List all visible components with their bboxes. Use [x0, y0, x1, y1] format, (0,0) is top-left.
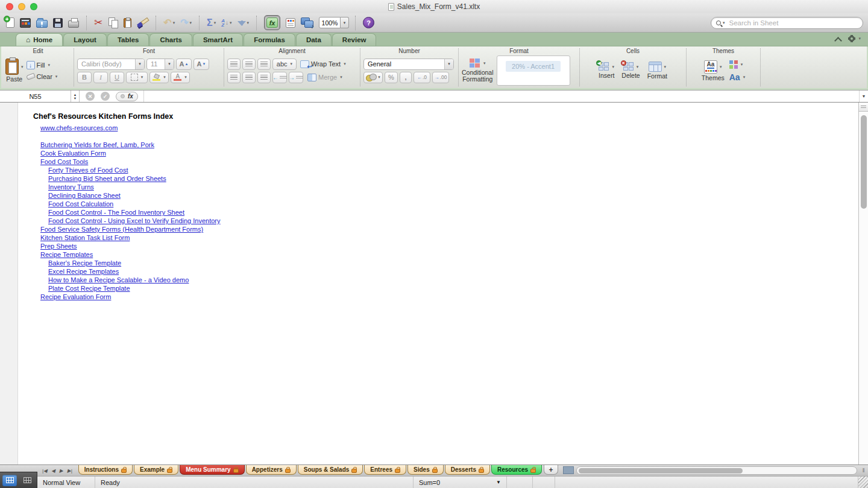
sheet-tab-appetizers[interactable]: Appetizers	[246, 465, 297, 475]
decrease-decimal-button[interactable]: →.00	[432, 72, 449, 83]
decrease-font-size-button[interactable]: A▼	[193, 59, 209, 70]
cut-button[interactable]: ✂	[93, 15, 104, 31]
sheet-hyperlink[interactable]: Declining Balance Sheet	[48, 191, 121, 200]
print-button[interactable]	[67, 15, 80, 31]
delete-cells-button[interactable]: ✕ ▾ Delete	[621, 62, 640, 79]
ribbon-tab-data[interactable]: Data	[296, 33, 332, 46]
ribbon-tab-tables[interactable]: Tables	[107, 33, 149, 46]
format-painter-button[interactable]	[136, 15, 149, 31]
sheet-tab-example[interactable]: Example	[134, 465, 178, 475]
dropdown-arrow-icon[interactable]: ▾	[135, 59, 144, 69]
align-right-button[interactable]	[257, 72, 271, 83]
undo-button[interactable]: ↶▾	[162, 15, 176, 31]
font-family-select[interactable]: Calibri (Body) ▾	[77, 59, 145, 70]
media-browser-button[interactable]: ♪	[300, 15, 315, 31]
themes-button[interactable]: Aa ▾ Themes	[702, 60, 725, 81]
zoom-control[interactable]: 100% ▾	[319, 17, 349, 28]
previous-sheet-button[interactable]: ◀	[51, 468, 55, 474]
normal-view-button[interactable]	[2, 475, 17, 486]
template-gallery-button[interactable]	[19, 15, 32, 31]
autosum-button[interactable]: Σ▾	[206, 15, 217, 31]
sheet-cells[interactable]: Chef's Resources Kitchen Forms Index www…	[18, 103, 858, 464]
paste-button[interactable]: ▾ Paste	[5, 59, 24, 83]
text-orientation-button[interactable]: abc ▾	[272, 59, 297, 70]
ribbon-tab-layout[interactable]: Layout	[63, 33, 107, 46]
save-button[interactable]	[52, 15, 64, 31]
sheet-hyperlink[interactable]: Recipe Evaluation Form	[40, 293, 111, 301]
confirm-entry-button[interactable]: ✓	[101, 92, 110, 101]
comma-format-button[interactable]: ,	[400, 72, 412, 83]
increase-indent-button[interactable]: →	[289, 72, 303, 83]
minimize-window-button[interactable]	[18, 3, 25, 10]
sheet-hyperlink[interactable]: Cook Evaluation Form	[40, 149, 106, 157]
borders-button[interactable]: ▾	[126, 72, 148, 83]
open-button[interactable]	[35, 15, 49, 31]
ribbon-tab-smartart[interactable]: SmartArt	[193, 33, 243, 46]
sheet-hyperlink[interactable]: www.chefs-resources.com	[40, 124, 118, 132]
align-left-button[interactable]	[227, 72, 241, 83]
toolbox-button[interactable]	[285, 15, 297, 31]
percent-format-button[interactable]: %	[385, 72, 398, 83]
sheet-tab-resources[interactable]: Resources	[491, 465, 542, 475]
help-button[interactable]: ?	[362, 15, 376, 31]
dropdown-arrow-icon[interactable]: ▾	[165, 59, 174, 69]
zoom-window-button[interactable]	[30, 3, 37, 10]
align-center-button[interactable]	[242, 72, 256, 83]
ribbon-settings-button[interactable]: ▾	[848, 35, 861, 42]
font-color-button[interactable]: A ▾	[171, 72, 190, 83]
add-sheet-button[interactable]: +	[544, 465, 558, 475]
ribbon-tab-home[interactable]: ⌂Home	[16, 33, 63, 46]
sheet-hyperlink[interactable]: Kitchen Station Task List Form	[40, 233, 130, 242]
sheet-hyperlink[interactable]: Butchering Yields for Beef, Lamb, Pork	[40, 141, 154, 149]
window-resize-grip[interactable]	[858, 477, 868, 488]
sheet-tab-menu-summary[interactable]: Menu Summary	[180, 465, 244, 475]
bold-button[interactable]: B	[77, 72, 92, 83]
decrease-indent-button[interactable]: ←	[272, 72, 287, 83]
zoom-dropdown-button[interactable]: ▾	[341, 17, 349, 28]
formula-bar-expand-button[interactable]: ▼	[859, 90, 868, 102]
theme-fonts-button[interactable]: Aa ▾	[729, 73, 745, 81]
increase-decimal-button[interactable]: ←.0	[414, 72, 430, 83]
vertical-scrollbar[interactable]	[858, 103, 868, 464]
sheet-hyperlink[interactable]: Food Cost Calculation	[48, 200, 113, 208]
aggregate-dropdown-icon[interactable]: ▼	[496, 480, 501, 485]
horizontal-scrollbar[interactable]	[576, 466, 857, 475]
sheet-hyperlink[interactable]: Purchasing Bid Sheet and Order Sheets	[48, 174, 166, 183]
sheet-hyperlink[interactable]: Food Cost Tools	[40, 157, 88, 166]
tab-scrollbar-splitter[interactable]	[563, 466, 574, 474]
sheet-hyperlink[interactable]: Food Cost Control - The Food Inventory S…	[48, 208, 184, 217]
sheet-hyperlink[interactable]: Plate Cost Recipe Template	[48, 284, 130, 293]
sheet-hyperlink[interactable]: Forty Thieves of Food Cost	[48, 166, 128, 174]
ribbon-tab-review[interactable]: Review	[332, 33, 377, 46]
sheet-hyperlink[interactable]: How to Make a Recipe Scalable - a Video …	[48, 276, 189, 284]
copy-button[interactable]	[107, 15, 119, 31]
formula-builder-button[interactable]: fx	[263, 15, 281, 31]
page-layout-view-button[interactable]	[20, 475, 34, 486]
fill-color-button[interactable]: ▾	[149, 72, 169, 83]
next-sheet-button[interactable]: ▶	[59, 468, 63, 474]
sheet-tab-soups-salads[interactable]: Soups & Salads	[298, 465, 363, 475]
aggregate-indicator[interactable]: Sum=0 ▼	[414, 477, 507, 488]
vertical-scrollbar-thumb[interactable]	[861, 115, 867, 209]
name-box-stepper[interactable]: ▲ ▼	[71, 90, 80, 102]
sort-button[interactable]: AZ ↓ ▾	[220, 15, 233, 31]
insert-cells-button[interactable]: ◀ ▾ Insert	[599, 62, 614, 79]
close-window-button[interactable]	[6, 3, 13, 10]
vertical-split-handle[interactable]	[859, 103, 868, 112]
sheet-hyperlink[interactable]: Excel Recipe Templates	[48, 267, 119, 276]
increase-font-size-button[interactable]: A▲	[176, 59, 192, 70]
sheet-hyperlink[interactable]: Food Service Safety Forms (Health Depart…	[40, 225, 203, 233]
search-input[interactable]	[728, 19, 858, 27]
ribbon-tab-charts[interactable]: Charts	[149, 33, 192, 46]
align-middle-button[interactable]	[242, 59, 256, 70]
insert-function-button[interactable]: fx	[116, 92, 138, 101]
font-size-select[interactable]: 11 ▾	[146, 59, 174, 70]
first-sheet-button[interactable]: |◀	[42, 468, 47, 474]
redo-button[interactable]: ↷▾	[179, 15, 193, 31]
format-cells-button[interactable]: ▾ Format	[647, 62, 667, 80]
theme-colors-button[interactable]: ▾	[729, 60, 745, 69]
cell-style-item[interactable]: 20% - Accent1	[506, 61, 561, 72]
merge-button[interactable]: Merge ▾	[307, 74, 342, 81]
conditional-formatting-button[interactable]: ▾ ConditionalFormatting	[462, 59, 494, 83]
align-bottom-button[interactable]	[257, 59, 271, 70]
